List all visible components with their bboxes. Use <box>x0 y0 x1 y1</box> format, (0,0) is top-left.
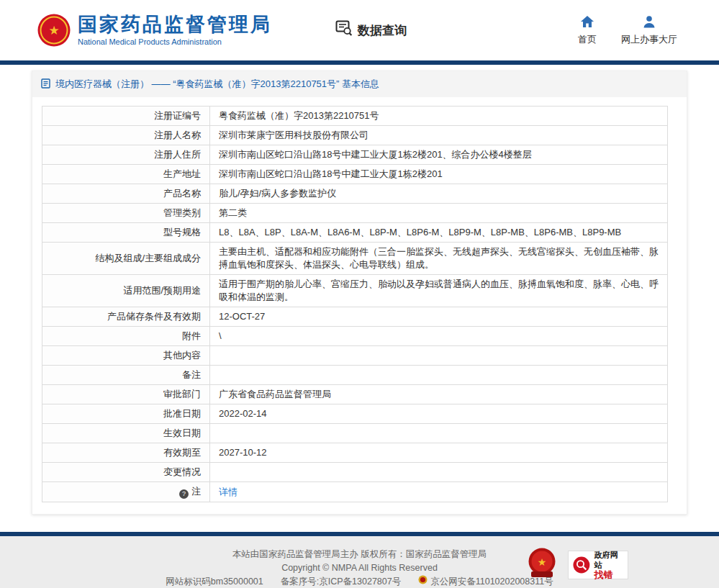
table-row: 结构及组成/主要组成成分主要由主机、适配器和相应功能附件（三合一胎监探头、无线超… <box>42 243 668 275</box>
footer-body: 本站由国家药品监督管理局主办 版权所有：国家药品监督管理局 Copyright … <box>0 536 719 588</box>
row-label: 管理类别 <box>42 204 210 223</box>
data-query-icon <box>335 20 353 40</box>
site-footer: 本站由国家药品监督管理局主办 版权所有：国家药品监督管理局 Copyright … <box>0 532 719 588</box>
row-label: 审批部门 <box>42 385 210 404</box>
detail-table: 注册证编号粤食药监械（准）字2013第2210751号注册人名称深圳市莱康宁医用… <box>42 106 668 502</box>
row-label: 型号规格 <box>42 223 210 243</box>
row-label: 注册人名称 <box>42 126 210 145</box>
row-value: 主要由主机、适配器和相应功能附件（三合一胎监探头、无线超声探头、无线宫缩探头、无… <box>210 243 668 275</box>
page: ★ 国家药品监督管理局 National Medical Products Ad… <box>0 0 719 588</box>
table-row: ?注详情 <box>42 482 668 502</box>
gov-emblem-badge[interactable]: ★ <box>528 548 556 582</box>
row-value: 深圳市莱康宁医用科技股份有限公司 <box>210 126 668 145</box>
row-value: 2022-02-14 <box>210 404 668 424</box>
psb-badge-icon <box>418 575 428 588</box>
brand[interactable]: ★ 国家药品监督管理局 National Medical Products Ad… <box>37 14 272 47</box>
table-row: 有效期至2027-10-12 <box>42 443 668 463</box>
table-row: 批准日期2022-02-14 <box>42 404 668 424</box>
site-identifier-code: 网站标识码bm35000001 <box>166 575 263 588</box>
row-value <box>210 424 668 443</box>
nav-service-hall-label: 网上办事大厅 <box>621 33 677 46</box>
table-row: 备注 <box>42 366 668 385</box>
site-header: ★ 国家药品监督管理局 National Medical Products Ad… <box>0 0 719 60</box>
footer-copyright: Copyright © NMPA All Rights Reserved <box>281 561 438 575</box>
table-row: 注册人名称深圳市莱康宁医用科技股份有限公司 <box>42 126 668 145</box>
document-icon <box>41 78 50 91</box>
table-row: 生效日期 <box>42 424 668 443</box>
table-row: 其他内容 <box>42 346 668 366</box>
table-row: 变更情况 <box>42 463 668 482</box>
row-value: 粤食药监械（准）字2013第2210751号 <box>210 107 668 126</box>
row-value: 详情 <box>210 482 668 502</box>
svg-text:★: ★ <box>48 24 59 37</box>
breadcrumb: 境内医疗器械（注册） —— “粤食药监械（准）字2013第2210751号” 基… <box>32 71 687 97</box>
row-value: 深圳市南山区蛇口沿山路18号中建工业大厦1栋2楼201 <box>210 165 668 184</box>
row-label: 有效期至 <box>42 443 210 463</box>
breadcrumb-text: 境内医疗器械（注册） —— “粤食药监械（准）字2013第2210751号” 基… <box>55 78 379 91</box>
err-badge-action-label: 找错 <box>594 570 623 580</box>
err-badge-site-label: 政府网站 <box>594 550 623 570</box>
footer-host-text: 本站由国家药品监督管理局主办 版权所有：国家药品监督管理局 <box>232 548 487 561</box>
detail-link[interactable]: 详情 <box>219 487 238 497</box>
nav-home-label: 首页 <box>578 33 597 46</box>
table-row: 附件\ <box>42 327 668 346</box>
row-label: 产品名称 <box>42 184 210 204</box>
row-label: 批准日期 <box>42 404 210 424</box>
nav-data-query[interactable]: 数据查询 <box>335 20 407 40</box>
nav-service-hall[interactable]: 网上办事大厅 <box>621 15 677 46</box>
row-label: 生效日期 <box>42 424 210 443</box>
home-icon <box>580 15 594 30</box>
detail-card: 境内医疗器械（注册） —— “粤食药监械（准）字2013第2210751号” 基… <box>32 71 687 515</box>
row-value: 胎儿/孕妇/病人多参数监护仪 <box>210 184 668 204</box>
row-value: 2027-10-12 <box>210 443 668 463</box>
table-row: 注册证编号粤食药监械（准）字2013第2210751号 <box>42 107 668 126</box>
table-row: 注册人住所深圳市南山区蛇口沿山路18号中建工业大厦1栋2楼201、综合办公楼4楼… <box>42 145 668 165</box>
row-value: 12-OCT-27 <box>210 307 668 327</box>
row-label: 注册证编号 <box>42 107 210 126</box>
table-row: 型号规格L8、L8A、L8P、L8A-M、L8A6-M、L8P-M、L8P6-M… <box>42 223 668 243</box>
nav-home[interactable]: 首页 <box>578 15 597 46</box>
header-nav: 首页 网上办事大厅 <box>578 15 677 46</box>
table-row: 适用范围/预期用途适用于围产期的胎儿心率、宫缩压力、胎动以及孕妇或普通病人的血压… <box>42 275 668 307</box>
row-value <box>210 366 668 385</box>
row-value <box>210 463 668 482</box>
row-value <box>210 346 668 366</box>
row-label: 变更情况 <box>42 463 210 482</box>
row-label: 注册人住所 <box>42 145 210 165</box>
site-subtitle: National Medical Products Administration <box>78 37 272 46</box>
row-value: 深圳市南山区蛇口沿山路18号中建工业大厦1栋2楼201、综合办公楼4楼整层 <box>210 145 668 165</box>
table-row: 管理类别第二类 <box>42 204 668 223</box>
row-label: 适用范围/预期用途 <box>42 275 210 307</box>
row-value: 适用于围产期的胎儿心率、宫缩压力、胎动以及孕妇或普通病人的血压、脉搏血氧饱和度、… <box>210 275 668 307</box>
svg-text:★: ★ <box>538 556 547 568</box>
row-label: 其他内容 <box>42 346 210 366</box>
row-label: 备注 <box>42 366 210 385</box>
row-value: L8、L8A、L8P、L8A-M、L8A6-M、L8P-M、L8P6-M、L8P… <box>210 223 668 243</box>
row-value: 第二类 <box>210 204 668 223</box>
row-value: \ <box>210 327 668 346</box>
icp-number: 备案序号:京ICP备13027807号 <box>281 575 401 588</box>
table-row: 产品名称胎儿/孕妇/病人多参数监护仪 <box>42 184 668 204</box>
table-row: 产品储存条件及有效期12-OCT-27 <box>42 307 668 327</box>
footer-badges: ★ 政府网站 找错 <box>528 548 628 582</box>
note-icon: ? <box>179 489 189 499</box>
nmpa-emblem-icon: ★ <box>37 14 71 47</box>
table-row: 审批部门广东省食品药品监督管理局 <box>42 385 668 404</box>
row-label: ?注 <box>42 482 210 502</box>
row-label: 结构及组成/主要组成成分 <box>42 243 210 275</box>
row-label: 产品储存条件及有效期 <box>42 307 210 327</box>
person-icon <box>642 15 656 30</box>
row-value: 广东省食品药品监督管理局 <box>210 385 668 404</box>
main-content: 境内医疗器械（注册） —— “粤食药监械（准）字2013第2210751号” 基… <box>0 65 719 532</box>
gov-site-error-badge[interactable]: 政府网站 找错 <box>568 551 628 579</box>
row-label: 附件 <box>42 327 210 346</box>
row-label: 生产地址 <box>42 165 210 184</box>
site-title: 国家药品监督管理局 <box>78 14 272 36</box>
table-row: 生产地址深圳市南山区蛇口沿山路18号中建工业大厦1栋2楼201 <box>42 165 668 184</box>
data-query-label: 数据查询 <box>358 22 407 39</box>
